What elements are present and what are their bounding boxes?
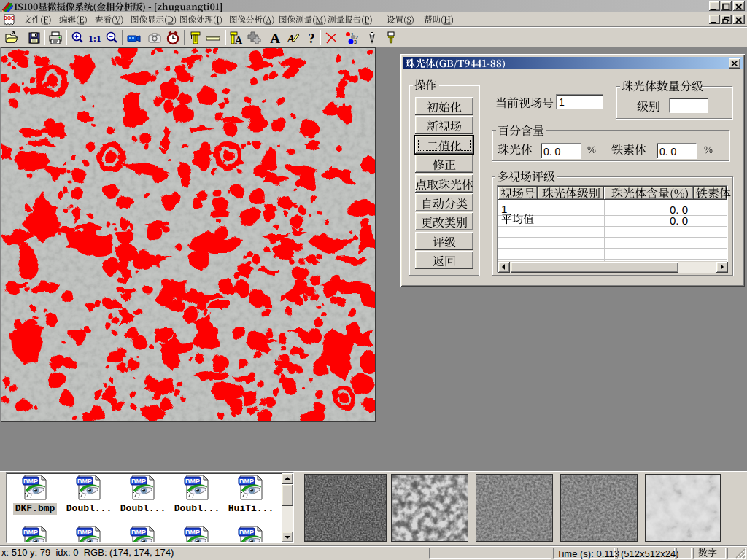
svg-text:DOC: DOC [4, 15, 15, 20]
svg-text:BMP: BMP [239, 529, 254, 536]
svg-text:BMP: BMP [23, 529, 38, 536]
svg-text:A: A [287, 33, 295, 44]
svg-text:BMP: BMP [77, 478, 92, 485]
svg-text:BMP: BMP [77, 529, 92, 536]
svg-text:BMP: BMP [131, 478, 146, 485]
svg-text:1:1: 1:1 [88, 33, 101, 44]
svg-text:A: A [270, 31, 280, 45]
svg-text:A: A [235, 35, 243, 45]
svg-text:BMP: BMP [185, 478, 200, 485]
svg-text:BMP: BMP [239, 478, 254, 485]
svg-text:BMP: BMP [131, 529, 146, 536]
svg-text:BMP: BMP [185, 529, 200, 536]
svg-text:BMP: BMP [23, 478, 38, 485]
svg-text:?: ? [309, 31, 315, 45]
svg-text:3: 3 [354, 39, 357, 44]
